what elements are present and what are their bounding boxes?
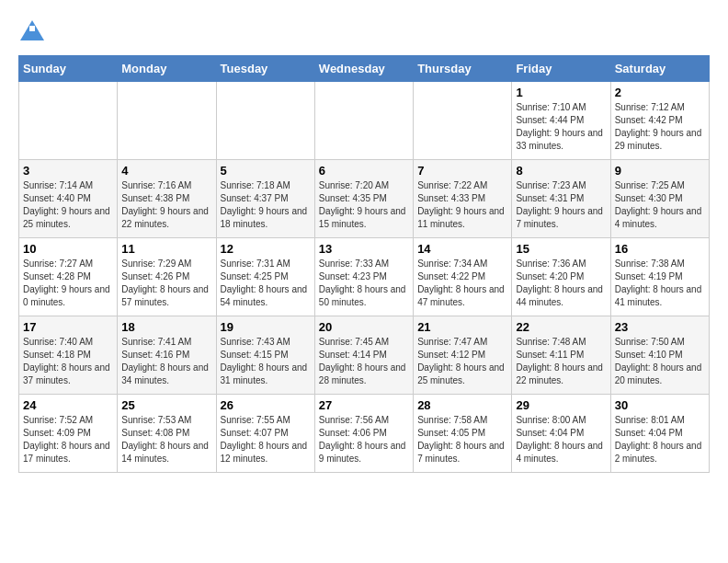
day-cell: 18Sunrise: 7:41 AM Sunset: 4:16 PM Dayli… <box>118 316 216 395</box>
day-info: Sunrise: 7:36 AM Sunset: 4:20 PM Dayligh… <box>516 258 606 309</box>
week-row-1: 3Sunrise: 7:14 AM Sunset: 4:40 PM Daylig… <box>19 160 710 238</box>
day-cell: 24Sunrise: 7:52 AM Sunset: 4:09 PM Dayli… <box>19 395 118 473</box>
day-number: 16 <box>615 242 705 256</box>
day-cell: 10Sunrise: 7:27 AM Sunset: 4:28 PM Dayli… <box>19 238 118 316</box>
day-info: Sunrise: 7:20 AM Sunset: 4:35 PM Dayligh… <box>319 179 409 231</box>
day-info: Sunrise: 7:48 AM Sunset: 4:11 PM Dayligh… <box>516 336 606 387</box>
day-cell: 28Sunrise: 7:58 AM Sunset: 4:05 PM Dayli… <box>414 395 512 473</box>
header-day-tuesday: Tuesday <box>216 56 314 82</box>
day-number: 17 <box>23 320 113 334</box>
day-cell <box>118 82 216 160</box>
day-number: 27 <box>319 398 409 412</box>
day-cell: 7Sunrise: 7:22 AM Sunset: 4:33 PM Daylig… <box>414 160 512 238</box>
day-number: 26 <box>221 398 311 412</box>
day-number: 19 <box>221 320 311 334</box>
day-cell: 27Sunrise: 7:56 AM Sunset: 4:06 PM Dayli… <box>314 395 413 473</box>
day-info: Sunrise: 7:25 AM Sunset: 4:30 PM Dayligh… <box>615 179 705 231</box>
day-cell: 19Sunrise: 7:43 AM Sunset: 4:15 PM Dayli… <box>216 316 314 395</box>
day-number: 9 <box>615 164 705 178</box>
day-info: Sunrise: 7:16 AM Sunset: 4:38 PM Dayligh… <box>121 179 211 231</box>
day-cell <box>216 82 314 160</box>
day-info: Sunrise: 7:56 AM Sunset: 4:06 PM Dayligh… <box>319 414 409 465</box>
day-info: Sunrise: 7:31 AM Sunset: 4:25 PM Dayligh… <box>221 258 311 309</box>
day-cell: 4Sunrise: 7:16 AM Sunset: 4:38 PM Daylig… <box>118 160 216 238</box>
day-info: Sunrise: 7:12 AM Sunset: 4:42 PM Dayligh… <box>615 101 705 153</box>
day-cell: 12Sunrise: 7:31 AM Sunset: 4:25 PM Dayli… <box>216 238 314 316</box>
day-cell <box>19 82 118 160</box>
day-cell: 21Sunrise: 7:47 AM Sunset: 4:12 PM Dayli… <box>414 316 512 395</box>
day-cell: 11Sunrise: 7:29 AM Sunset: 4:26 PM Dayli… <box>118 238 216 316</box>
day-info: Sunrise: 8:00 AM Sunset: 4:04 PM Dayligh… <box>516 414 606 465</box>
day-number: 11 <box>121 242 211 256</box>
day-cell: 30Sunrise: 8:01 AM Sunset: 4:04 PM Dayli… <box>610 395 709 473</box>
day-info: Sunrise: 7:22 AM Sunset: 4:33 PM Dayligh… <box>417 179 507 231</box>
day-cell: 2Sunrise: 7:12 AM Sunset: 4:42 PM Daylig… <box>610 82 709 160</box>
day-info: Sunrise: 7:10 AM Sunset: 4:44 PM Dayligh… <box>516 101 606 153</box>
header-day-wednesday: Wednesday <box>314 56 413 82</box>
header-day-sunday: Sunday <box>19 56 118 82</box>
day-info: Sunrise: 7:41 AM Sunset: 4:16 PM Dayligh… <box>121 336 211 387</box>
day-info: Sunrise: 7:53 AM Sunset: 4:08 PM Dayligh… <box>121 414 211 465</box>
day-info: Sunrise: 7:18 AM Sunset: 4:37 PM Dayligh… <box>221 179 311 231</box>
day-info: Sunrise: 7:52 AM Sunset: 4:09 PM Dayligh… <box>23 414 113 465</box>
day-number: 18 <box>121 320 211 334</box>
header-day-saturday: Saturday <box>610 56 709 82</box>
day-info: Sunrise: 7:40 AM Sunset: 4:18 PM Dayligh… <box>23 336 113 387</box>
day-cell: 26Sunrise: 7:55 AM Sunset: 4:07 PM Dayli… <box>216 395 314 473</box>
day-number: 14 <box>417 242 507 256</box>
day-info: Sunrise: 7:55 AM Sunset: 4:07 PM Dayligh… <box>221 414 311 465</box>
week-row-3: 17Sunrise: 7:40 AM Sunset: 4:18 PM Dayli… <box>19 316 710 395</box>
calendar-table: SundayMondayTuesdayWednesdayThursdayFrid… <box>18 55 710 473</box>
header-row: SundayMondayTuesdayWednesdayThursdayFrid… <box>19 56 710 82</box>
day-cell: 8Sunrise: 7:23 AM Sunset: 4:31 PM Daylig… <box>512 160 610 238</box>
day-number: 23 <box>615 320 705 334</box>
day-cell: 9Sunrise: 7:25 AM Sunset: 4:30 PM Daylig… <box>610 160 709 238</box>
day-cell: 25Sunrise: 7:53 AM Sunset: 4:08 PM Dayli… <box>118 395 216 473</box>
day-cell: 17Sunrise: 7:40 AM Sunset: 4:18 PM Dayli… <box>19 316 118 395</box>
day-info: Sunrise: 8:01 AM Sunset: 4:04 PM Dayligh… <box>615 414 705 465</box>
day-number: 28 <box>417 398 507 412</box>
week-row-4: 24Sunrise: 7:52 AM Sunset: 4:09 PM Dayli… <box>19 395 710 473</box>
week-row-0: 1Sunrise: 7:10 AM Sunset: 4:44 PM Daylig… <box>19 82 710 160</box>
day-cell: 22Sunrise: 7:48 AM Sunset: 4:11 PM Dayli… <box>512 316 610 395</box>
day-number: 10 <box>23 242 113 256</box>
day-cell: 20Sunrise: 7:45 AM Sunset: 4:14 PM Dayli… <box>314 316 413 395</box>
svg-rect-1 <box>29 26 35 31</box>
day-number: 15 <box>516 242 606 256</box>
header-day-monday: Monday <box>118 56 216 82</box>
day-cell <box>314 82 413 160</box>
day-info: Sunrise: 7:29 AM Sunset: 4:26 PM Dayligh… <box>121 258 211 309</box>
day-info: Sunrise: 7:50 AM Sunset: 4:10 PM Dayligh… <box>615 336 705 387</box>
day-info: Sunrise: 7:43 AM Sunset: 4:15 PM Dayligh… <box>221 336 311 387</box>
day-number: 5 <box>221 164 311 178</box>
day-number: 8 <box>516 164 606 178</box>
day-info: Sunrise: 7:38 AM Sunset: 4:19 PM Dayligh… <box>615 258 705 309</box>
day-number: 6 <box>319 164 409 178</box>
day-number: 20 <box>319 320 409 334</box>
logo-icon <box>18 18 46 46</box>
day-cell: 6Sunrise: 7:20 AM Sunset: 4:35 PM Daylig… <box>314 160 413 238</box>
day-number: 25 <box>121 398 211 412</box>
day-number: 30 <box>615 398 705 412</box>
day-number: 22 <box>516 320 606 334</box>
day-cell <box>414 82 512 160</box>
header-day-friday: Friday <box>512 56 610 82</box>
day-cell: 5Sunrise: 7:18 AM Sunset: 4:37 PM Daylig… <box>216 160 314 238</box>
day-number: 21 <box>417 320 507 334</box>
day-number: 24 <box>23 398 113 412</box>
day-cell: 16Sunrise: 7:38 AM Sunset: 4:19 PM Dayli… <box>610 238 709 316</box>
day-cell: 15Sunrise: 7:36 AM Sunset: 4:20 PM Dayli… <box>512 238 610 316</box>
header-day-thursday: Thursday <box>414 56 512 82</box>
day-number: 12 <box>221 242 311 256</box>
day-info: Sunrise: 7:34 AM Sunset: 4:22 PM Dayligh… <box>417 258 507 309</box>
day-info: Sunrise: 7:27 AM Sunset: 4:28 PM Dayligh… <box>23 258 113 309</box>
day-number: 29 <box>516 398 606 412</box>
day-number: 1 <box>516 86 606 99</box>
day-number: 4 <box>121 164 211 178</box>
day-number: 7 <box>417 164 507 178</box>
day-info: Sunrise: 7:33 AM Sunset: 4:23 PM Dayligh… <box>319 258 409 309</box>
day-cell: 23Sunrise: 7:50 AM Sunset: 4:10 PM Dayli… <box>610 316 709 395</box>
logo <box>18 18 50 46</box>
day-number: 13 <box>319 242 409 256</box>
day-info: Sunrise: 7:58 AM Sunset: 4:05 PM Dayligh… <box>417 414 507 465</box>
